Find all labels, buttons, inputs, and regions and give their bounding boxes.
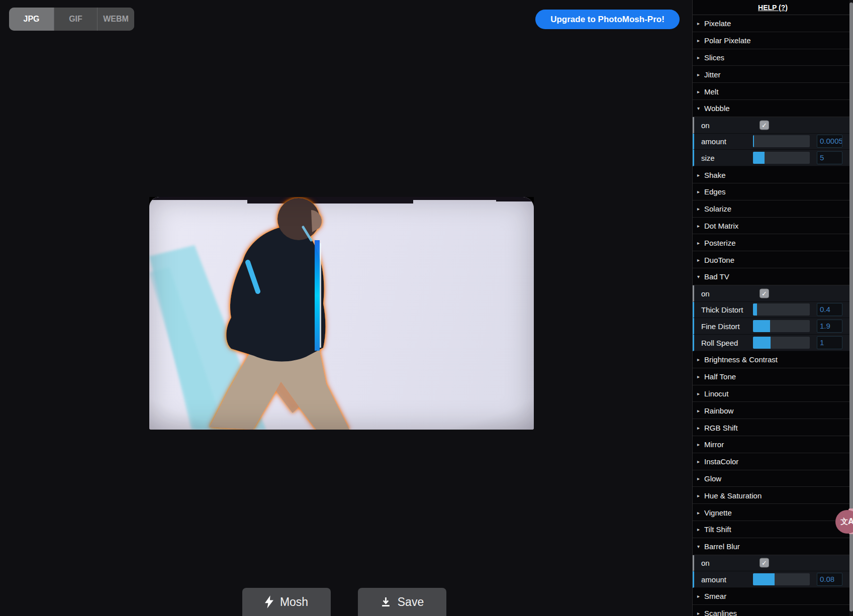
effect-posterize[interactable]: ▸Posterize [693, 234, 849, 251]
bad-tv-fine-distort-slider[interactable] [753, 320, 810, 332]
wobble-amount-slider[interactable] [753, 135, 810, 147]
help-link[interactable]: HELP (?) [758, 4, 788, 12]
chevron-right-icon: ▸ [697, 357, 700, 362]
chevron-down-icon: ▾ [697, 106, 700, 111]
wobble-on-checkbox[interactable]: ✓ [760, 120, 769, 130]
effect-slices[interactable]: ▸Slices [693, 49, 849, 66]
effect-jitter[interactable]: ▸Jitter [693, 66, 849, 83]
wobble-on-row: on✓ [693, 117, 849, 134]
slider-fill [753, 135, 754, 147]
chevron-right-icon: ▸ [697, 527, 700, 532]
bad-tv-roll-speed-value[interactable]: 1 [817, 336, 842, 349]
effect-melt[interactable]: ▸Melt [693, 83, 849, 100]
effect-brightness-contrast[interactable]: ▸Brightness & Contrast [693, 351, 849, 368]
chevron-right-icon: ▸ [697, 88, 700, 94]
effect-label: Rainbow [704, 406, 733, 415]
format-jpg-button[interactable]: JPG [9, 8, 54, 31]
control-label: on [701, 121, 710, 129]
effects-list: ▸Pixelate▸Polar Pixelate▸Slices▸Jitter▸M… [693, 15, 849, 616]
effect-half-tone[interactable]: ▸Half Tone [693, 368, 849, 385]
effect-duotone[interactable]: ▸DuoTone [693, 251, 849, 268]
chevron-right-icon: ▸ [697, 509, 700, 515]
effect-wobble[interactable]: ▾Wobble [693, 100, 849, 117]
effect-rgb-shift[interactable]: ▸RGB Shift [693, 419, 849, 436]
translate-icon: 文A [840, 517, 853, 527]
effect-rainbow[interactable]: ▸Rainbow [693, 402, 849, 419]
effect-label: Tilt Shift [704, 525, 731, 534]
effect-smear[interactable]: ▸Smear [693, 588, 849, 605]
chevron-right-icon: ▸ [697, 240, 700, 245]
effect-label: Brightness & Contrast [704, 355, 778, 364]
bad-tv-roll-speed-row: Roll Speed1 [693, 335, 849, 351]
effect-scanlines[interactable]: ▸Scanlines [693, 605, 849, 616]
effect-edges[interactable]: ▸Edges [693, 183, 849, 200]
chevron-right-icon: ▸ [697, 223, 700, 228]
control-label: Thick Distort [701, 305, 743, 314]
slider-fill [753, 337, 771, 349]
effect-dot-matrix[interactable]: ▸Dot Matrix [693, 218, 849, 235]
upgrade-to-pro-button[interactable]: Upgrade to PhotoMosh-Pro! [535, 10, 680, 29]
chevron-right-icon: ▸ [697, 459, 700, 464]
format-toggle: JPG GIF WEBM [9, 8, 134, 31]
effect-label: Dot Matrix [704, 221, 738, 230]
help-row: HELP (?) [693, 0, 853, 15]
effect-vignette[interactable]: ▸Vignette [693, 504, 849, 521]
bad-tv-on-checkbox[interactable]: ✓ [760, 288, 769, 298]
chevron-right-icon: ▸ [697, 492, 700, 498]
bad-tv-thick-distort-value[interactable]: 0.4 [817, 303, 842, 316]
control-label: on [701, 289, 710, 297]
save-button[interactable]: Save [358, 588, 446, 616]
effect-instacolor[interactable]: ▸InstaColor [693, 453, 849, 470]
bad-tv-fine-distort-value[interactable]: 1.9 [817, 320, 842, 333]
effect-pixelate[interactable]: ▸Pixelate [693, 15, 849, 32]
effect-label: Glow [704, 474, 721, 482]
format-gif-button[interactable]: GIF [54, 8, 98, 31]
effect-label: Hue & Saturation [704, 491, 762, 499]
effect-label: Mirror [704, 440, 724, 449]
effect-linocut[interactable]: ▸Linocut [693, 385, 849, 402]
chevron-right-icon: ▸ [697, 172, 700, 177]
wobble-amount-value[interactable]: 0.0005 [817, 135, 842, 148]
effect-hue-saturation[interactable]: ▸Hue & Saturation [693, 487, 849, 504]
effect-glow[interactable]: ▸Glow [693, 470, 849, 487]
preview-canvas[interactable] [149, 197, 534, 430]
format-webm-button[interactable]: WEBM [98, 8, 134, 31]
effect-label: Posterize [704, 238, 736, 247]
wobble-size-row: size5 [693, 150, 849, 166]
chevron-right-icon: ▸ [697, 257, 700, 262]
save-button-label: Save [398, 595, 424, 609]
mosh-button[interactable]: Mosh [242, 588, 331, 616]
barrel-blur-amount-value[interactable]: 0.08 [817, 573, 842, 586]
effect-barrel-blur[interactable]: ▾Barrel Blur [693, 538, 849, 555]
chevron-right-icon: ▸ [697, 390, 700, 396]
effect-label: Shake [704, 170, 726, 179]
effect-shake[interactable]: ▸Shake [693, 166, 849, 183]
bad-tv-thick-distort-slider[interactable] [753, 303, 810, 316]
effect-label: Solarize [704, 204, 731, 213]
effect-label: InstaColor [704, 457, 738, 466]
effect-tilt-shift[interactable]: ▸Tilt Shift [693, 521, 849, 538]
barrel-blur-on-row: on✓ [693, 555, 849, 572]
barrel-blur-on-checkbox[interactable]: ✓ [760, 558, 769, 568]
effect-label: Slices [704, 53, 724, 61]
chevron-right-icon: ▸ [697, 407, 700, 413]
chevron-right-icon: ▸ [697, 38, 700, 43]
wobble-amount-row: amount0.0005 [693, 134, 849, 150]
download-icon [381, 597, 391, 607]
effect-bad-tv[interactable]: ▾Bad TV [693, 268, 849, 285]
effect-polar-pixelate[interactable]: ▸Polar Pixelate [693, 32, 849, 49]
effect-label: Melt [704, 87, 718, 95]
bad-tv-roll-speed-slider[interactable] [753, 337, 810, 349]
chevron-right-icon: ▸ [697, 21, 700, 26]
slider-fill [753, 573, 775, 585]
control-label: amount [701, 137, 726, 146]
vignette-overlay [149, 197, 534, 430]
barrel-blur-amount-slider[interactable] [753, 573, 810, 585]
wobble-size-slider[interactable] [753, 152, 810, 164]
effect-solarize[interactable]: ▸Solarize [693, 200, 849, 218]
effect-mirror[interactable]: ▸Mirror [693, 436, 849, 453]
wobble-size-value[interactable]: 5 [817, 151, 842, 164]
effect-label: Smear [704, 592, 726, 600]
chevron-down-icon: ▾ [697, 274, 700, 279]
chevron-right-icon: ▸ [697, 475, 700, 481]
